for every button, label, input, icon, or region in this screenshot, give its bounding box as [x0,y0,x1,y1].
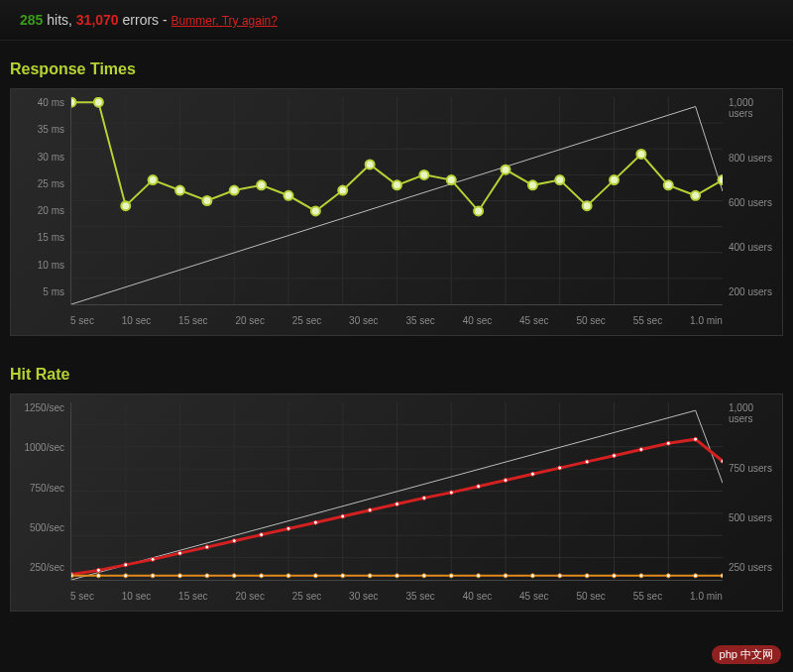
svg-point-68 [260,533,264,537]
svg-point-103 [530,574,534,578]
svg-point-110 [721,574,723,578]
svg-point-108 [666,574,670,578]
svg-point-87 [96,574,100,578]
axis-tick: 35 sec [405,315,434,326]
section-title-response-times: Response Times [0,41,793,88]
svg-point-78 [530,472,534,476]
svg-point-83 [666,441,670,445]
y-axis-right: 1,000 users750 users500 users250 users [723,394,782,581]
axis-tick: 500 users [729,512,776,523]
svg-point-22 [175,186,184,195]
axis-tick: 15 sec [178,591,207,602]
svg-point-25 [257,180,266,189]
y-axis-right: 1,000 users800 users600 users400 users20… [723,89,782,305]
svg-point-67 [232,539,236,543]
axis-tick: 1250/sec [17,402,64,413]
svg-point-19 [94,98,103,107]
axis-tick: 500/sec [17,522,64,533]
svg-point-41 [691,191,700,200]
axis-tick: 40 sec [463,315,492,326]
axis-tick: 750 users [729,463,776,474]
chart-response-times: 40 ms35 ms30 ms25 ms20 ms15 ms10 ms5 ms … [10,88,783,336]
axis-tick: 25 ms [17,178,64,189]
svg-point-28 [338,186,347,195]
svg-point-72 [368,508,372,512]
axis-tick: 1.0 min [690,315,723,326]
axis-tick: 800 users [729,153,776,164]
axis-tick: 25 sec [292,315,321,326]
axis-tick: 250 users [729,562,776,573]
svg-point-40 [664,180,673,189]
svg-point-81 [613,454,617,458]
axis-tick: 15 ms [17,232,64,243]
svg-point-37 [583,201,592,210]
svg-point-65 [178,551,182,555]
axis-tick: 5 sec [70,315,94,326]
axis-tick: 45 sec [519,591,548,602]
svg-point-89 [151,574,155,578]
svg-point-75 [449,491,453,495]
axis-tick: 30 sec [349,591,378,602]
x-axis: 5 sec10 sec15 sec20 sec25 sec30 sec35 se… [70,581,723,611]
axis-tick: 250/sec [17,562,64,573]
retry-link[interactable]: Bummer. Try again? [171,14,278,28]
axis-tick: 35 ms [17,124,64,135]
svg-point-95 [313,574,317,578]
axis-tick: 45 sec [519,315,548,326]
axis-tick: 40 ms [17,97,64,108]
svg-point-96 [341,574,345,578]
axis-tick: 600 users [729,197,776,208]
x-axis: 5 sec10 sec15 sec20 sec25 sec30 sec35 se… [70,305,723,335]
svg-point-98 [396,574,399,578]
svg-point-86 [71,574,73,578]
svg-point-101 [477,574,481,578]
svg-point-42 [719,175,724,184]
svg-point-102 [504,574,508,578]
svg-point-32 [447,175,456,184]
axis-tick: 20 ms [17,205,64,216]
svg-point-73 [396,503,399,506]
axis-tick: 20 sec [235,315,264,326]
axis-tick: 1,000 users [729,402,776,424]
svg-point-74 [422,496,426,500]
plot-area [70,97,723,305]
svg-point-62 [96,568,100,572]
svg-point-94 [286,574,290,578]
axis-tick: 10 ms [17,260,64,271]
axis-tick: 750/sec [17,483,64,494]
axis-tick: 50 sec [576,315,605,326]
svg-point-100 [449,574,453,578]
axis-tick: 30 ms [17,152,64,163]
svg-point-80 [585,460,589,464]
svg-point-82 [639,448,643,452]
axis-tick: 15 sec [178,315,207,326]
axis-tick: 30 sec [349,315,378,326]
svg-point-39 [636,150,645,159]
axis-tick: 200 users [729,286,776,297]
axis-tick: 20 sec [235,591,264,602]
svg-point-109 [694,574,698,578]
svg-point-90 [178,574,182,578]
summary-bar: 285 hits, 31,070 errors - Bummer. Try ag… [0,0,793,41]
y-axis-left: 1250/sec1000/sec750/sec500/sec250/sec [11,394,70,581]
svg-point-70 [313,520,317,524]
svg-point-30 [393,180,401,189]
svg-point-24 [230,186,239,195]
svg-point-93 [260,574,264,578]
svg-point-36 [555,175,564,184]
svg-point-77 [504,478,508,482]
axis-tick: 50 sec [576,591,605,602]
axis-tick: 40 sec [463,591,492,602]
axis-tick: 1.0 min [690,591,723,602]
svg-point-106 [613,574,617,578]
svg-point-66 [205,545,209,549]
svg-point-99 [422,574,426,578]
axis-tick: 55 sec [633,591,662,602]
svg-point-104 [558,574,562,578]
svg-point-85 [721,459,723,463]
svg-point-64 [151,557,155,561]
svg-point-18 [71,98,76,107]
svg-point-88 [124,574,128,578]
svg-point-27 [311,206,320,215]
axis-tick: 5 sec [70,591,94,602]
